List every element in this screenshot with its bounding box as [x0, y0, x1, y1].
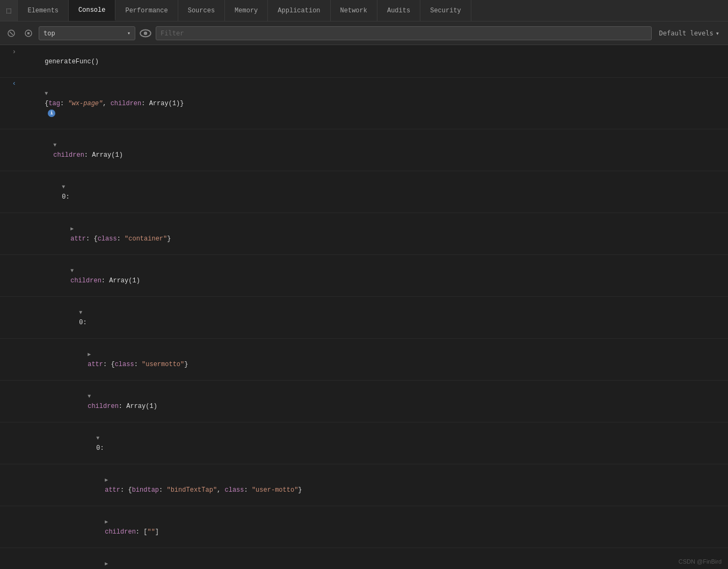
svg-rect-3 — [27, 32, 30, 34]
expand-icon[interactable] — [88, 350, 94, 360]
list-item: generics: {} — [0, 548, 728, 569]
expand-icon[interactable] — [70, 224, 77, 234]
context-value: top — [43, 30, 55, 37]
svg-point-5 — [144, 31, 148, 35]
list-item: 0: — [0, 422, 728, 464]
console-output: › generateFunc() ‹ {tag: "wx-page", chil… — [0, 45, 728, 569]
levels-arrow-icon: ▾ — [716, 30, 719, 37]
tab-security[interactable]: Security — [420, 0, 471, 21]
output-arrow-icon: ‹ — [12, 79, 16, 89]
eye-button[interactable] — [139, 26, 152, 40]
list-item: 0: — [0, 297, 728, 339]
stop-icon — [24, 29, 33, 38]
list-item: children: Array(1) — [0, 255, 728, 297]
list-item: children: [""] — [0, 506, 728, 548]
tab-memory-label: Memory — [235, 7, 258, 14]
tab-network[interactable]: Network — [331, 0, 377, 21]
watermark-text: CSDN @FinBird — [679, 558, 722, 565]
cursor-icon: ⬚ — [6, 6, 11, 15]
tab-elements-label: Elements — [27, 7, 59, 14]
tab-elements[interactable]: Elements — [18, 0, 69, 21]
list-item: 0: — [0, 171, 728, 213]
tab-sources[interactable]: Sources — [178, 0, 225, 21]
tab-sources-label: Sources — [188, 7, 215, 14]
console-toolbar: top ▾ Default levels ▾ — [0, 21, 728, 45]
list-item: children: Array(1) — [0, 129, 728, 171]
tab-console[interactable]: Console — [69, 0, 115, 21]
tab-performance[interactable]: Performance — [115, 0, 178, 21]
tab-console-label: Console — [78, 6, 105, 14]
clear-console-button[interactable] — [4, 26, 18, 40]
tab-audits[interactable]: Audits — [377, 0, 420, 21]
expand-icon[interactable] — [62, 183, 68, 192]
list-item: attr: {class: "container"} — [0, 213, 728, 255]
tab-network-label: Network — [340, 7, 367, 14]
stop-recording-button[interactable] — [21, 26, 35, 40]
tab-audits-label: Audits — [387, 7, 410, 14]
expand-icon[interactable] — [105, 517, 111, 527]
tab-performance-label: Performance — [125, 7, 168, 14]
list-item: children: Array(1) — [0, 381, 728, 422]
tab-application[interactable]: Application — [268, 0, 330, 21]
context-arrow-icon: ▾ — [127, 30, 130, 36]
context-selector[interactable]: top ▾ — [39, 26, 135, 40]
expand-icon[interactable] — [45, 89, 51, 99]
levels-label: Default levels — [659, 30, 714, 37]
list-item: › generateFunc() — [0, 46, 728, 78]
tab-memory[interactable]: Memory — [225, 0, 268, 21]
list-item: ‹ {tag: "wx-page", children: Array(1)} i — [0, 78, 728, 129]
expand-icon[interactable] — [105, 476, 111, 485]
info-badge: i — [48, 110, 55, 117]
expand-icon[interactable] — [105, 559, 111, 569]
expand-icon[interactable] — [88, 392, 94, 402]
tab-security-label: Security — [430, 7, 461, 14]
expand-icon[interactable] — [53, 141, 60, 150]
clear-icon — [7, 29, 16, 38]
expand-icon[interactable] — [79, 308, 85, 318]
filter-input[interactable] — [156, 26, 652, 40]
input-arrow-icon: › — [12, 47, 16, 57]
expand-icon[interactable] — [96, 434, 103, 443]
tab-cursor[interactable]: ⬚ — [0, 0, 18, 21]
tab-application-label: Application — [278, 7, 320, 14]
list-item: attr: {class: "usermotto"} — [0, 339, 728, 381]
tabs-bar: ⬚ Elements Console Performance Sources M… — [0, 0, 728, 21]
expand-icon[interactable] — [70, 266, 77, 276]
default-levels-button[interactable]: Default levels ▾ — [655, 26, 724, 40]
eye-icon — [139, 26, 152, 40]
svg-line-1 — [10, 32, 13, 35]
list-item: attr: {bindtap: "bindTextTap", class: "u… — [0, 464, 728, 506]
